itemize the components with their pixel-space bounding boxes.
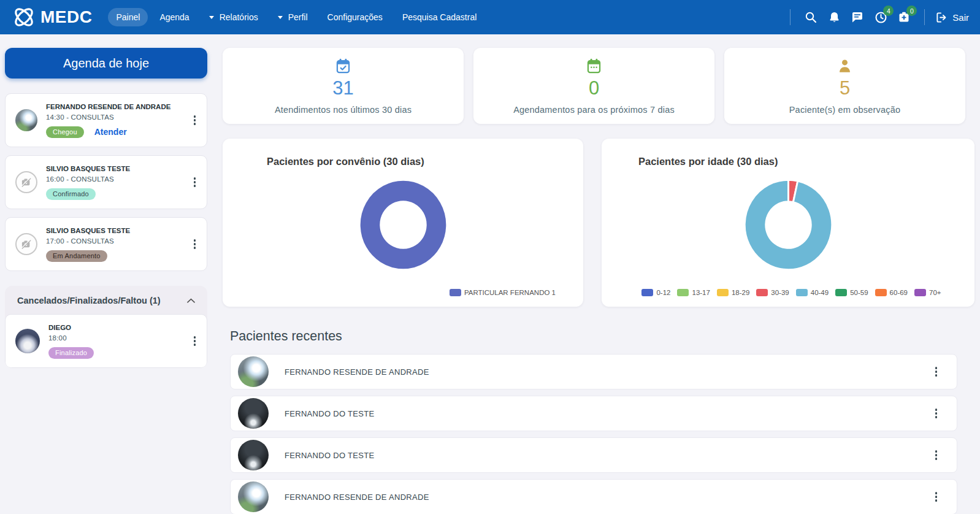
legend-label: 60-69: [890, 289, 908, 296]
legend-label: 50-59: [850, 289, 868, 296]
nav-perfil[interactable]: Perfil: [270, 8, 316, 26]
appointment-card[interactable]: FERNANDO RESENDE DE ANDRADE 14:30 - CONS…: [5, 93, 207, 147]
recent-patient-row[interactable]: FERNANDO DO TESTE: [230, 437, 957, 473]
more-options-icon[interactable]: [193, 113, 197, 128]
legend-item[interactable]: 18-29: [717, 289, 749, 296]
cancelled-panel-title: Cancelados/Finalizados/Faltou (1): [17, 296, 161, 305]
legend-item[interactable]: 13-17: [677, 289, 710, 296]
nav-painel[interactable]: Painel: [108, 8, 148, 26]
medicine-box-icon[interactable]: 0: [897, 10, 911, 24]
chart-convenio-card: Pacientes por convênio (30 dias) PARTICU…: [223, 139, 583, 307]
more-options-icon[interactable]: [934, 448, 939, 462]
sidebar: Agenda de hoje FERNANDO RESENDE DE ANDRA…: [5, 48, 207, 368]
stat-value: 5: [840, 77, 850, 99]
legend-color-chip: [835, 289, 847, 296]
recent-patients-list: FERNANDO RESENDE DE ANDRADE FERNANDO DO …: [230, 354, 957, 514]
recent-patient-row[interactable]: FERNANDO RESENDE DE ANDRADE: [230, 479, 957, 514]
status-badge: Chegou: [46, 126, 84, 138]
legend-color-chip: [796, 289, 808, 296]
legend-item[interactable]: 50-59: [835, 289, 868, 296]
clock-history-icon[interactable]: 4: [874, 10, 887, 24]
more-options-icon[interactable]: [934, 364, 939, 379]
legend-label: PARTICULAR FERNANDO 1: [464, 289, 556, 296]
navbar-actions: 4 0 Sair: [781, 9, 969, 25]
navbar: MEDC Painel Agenda Relatórios Perfil Con…: [0, 0, 980, 34]
stat-card-atendimentos: 31 Atendimentos nos últimos 30 dias: [223, 48, 464, 124]
appointment-time: 16:00 - CONSULTAS: [46, 175, 188, 183]
avatar: [15, 109, 37, 131]
stat-label: Agendamentos para os próximos 7 dias: [513, 105, 675, 115]
chart-idade-card: Pacientes por idade (30 dias) 0-1213-171…: [602, 139, 974, 307]
avatar: [238, 440, 269, 470]
recent-patient-row[interactable]: FERNANDO RESENDE DE ANDRADE: [230, 354, 957, 389]
charts-row: Pacientes por convênio (30 dias) PARTICU…: [223, 139, 974, 307]
status-badge: Em Andamento: [46, 250, 107, 262]
patient-name: FERNANDO RESENDE DE ANDRADE: [285, 367, 429, 377]
legend-color-chip: [677, 289, 689, 296]
legend-item[interactable]: PARTICULAR FERNANDO 1: [450, 289, 556, 296]
appointment-card[interactable]: SILVIO BASQUES TESTE 17:00 - CONSULTAS E…: [5, 217, 207, 271]
avatar: [238, 398, 269, 429]
chart-title: Pacientes por convênio (30 dias): [267, 156, 424, 167]
legend-label: 70+: [929, 289, 941, 296]
clock-badge: 4: [883, 6, 894, 16]
legend-color-chip: [641, 289, 653, 296]
nav-relatorios[interactable]: Relatórios: [201, 8, 266, 26]
chart-legend: 0-1213-1718-2930-3940-4950-5960-6970+: [602, 289, 974, 296]
legend-item[interactable]: 60-69: [875, 289, 908, 296]
notifications-bell-icon[interactable]: [827, 10, 841, 24]
brand-logo[interactable]: MEDC: [11, 4, 92, 30]
status-badge: Finalizado: [48, 347, 94, 359]
patient-name: FERNANDO RESENDE DE ANDRADE: [285, 493, 429, 502]
more-options-icon[interactable]: [193, 237, 197, 251]
divider: [790, 9, 791, 25]
main-content: 31 Atendimentos nos últimos 30 dias 0 Ag…: [223, 48, 974, 514]
doughnut-chart-convenio: [223, 178, 583, 271]
recent-patients-title: Pacientes recentes: [230, 329, 974, 344]
nav-configuracoes[interactable]: Configurações: [320, 8, 391, 26]
brand-name: MEDC: [40, 7, 92, 27]
stats-row: 31 Atendimentos nos últimos 30 dias 0 Ag…: [223, 48, 965, 124]
recent-patient-row[interactable]: FERNANDO DO TESTE: [230, 396, 957, 431]
stat-value: 0: [589, 77, 599, 99]
avatar: [15, 329, 40, 353]
appointment-time: 14:30 - CONSULTAS: [46, 113, 188, 121]
nav-pesquisa-cadastral[interactable]: Pesquisa Cadastral: [394, 8, 484, 26]
logout-button[interactable]: Sair: [936, 12, 969, 23]
legend-color-chip: [717, 289, 729, 296]
legend-item[interactable]: 40-49: [796, 289, 829, 296]
doughnut-chart-idade: [602, 178, 974, 271]
camera-off-icon: [21, 177, 32, 187]
avatar: [238, 356, 269, 387]
legend-label: 0-12: [656, 289, 670, 296]
more-options-icon[interactable]: [934, 406, 939, 421]
more-options-icon[interactable]: [193, 334, 197, 348]
medc-logo-icon: [11, 4, 37, 30]
agenda-de-hoje-button[interactable]: Agenda de hoje: [5, 48, 207, 79]
cancelled-finished-panel: Cancelados/Finalizados/Faltou (1) DIEGO …: [5, 286, 207, 368]
more-options-icon[interactable]: [193, 175, 197, 190]
patient-name: FERNANDO DO TESTE: [285, 409, 374, 418]
legend-item[interactable]: 30-39: [756, 289, 789, 296]
status-badge: Confirmado: [46, 188, 96, 200]
more-options-icon[interactable]: [934, 489, 939, 504]
appointment-card[interactable]: DIEGO 18:00 Finalizado: [5, 314, 207, 368]
medbox-badge: 0: [906, 6, 917, 16]
logout-icon: [936, 12, 947, 23]
appointment-card[interactable]: SILVIO BASQUES TESTE 16:00 - CONSULTAS C…: [5, 155, 207, 209]
appointment-time: 17:00 - CONSULTAS: [46, 237, 188, 245]
appointment-time: 18:00: [48, 334, 188, 342]
stat-value: 31: [332, 77, 353, 99]
person-icon: [836, 58, 853, 74]
nav-agenda[interactable]: Agenda: [151, 8, 197, 26]
calendar-check-icon: [335, 58, 351, 74]
legend-color-chip: [914, 289, 926, 296]
divider: [924, 9, 925, 25]
legend-item[interactable]: 0-12: [641, 289, 670, 296]
legend-item[interactable]: 70+: [914, 289, 941, 296]
legend-label: 40-49: [811, 289, 829, 296]
cancelled-panel-header[interactable]: Cancelados/Finalizados/Faltou (1): [5, 286, 207, 314]
atender-link[interactable]: Atender: [94, 127, 127, 137]
search-icon[interactable]: [804, 10, 817, 24]
messages-chat-icon[interactable]: [851, 10, 864, 24]
